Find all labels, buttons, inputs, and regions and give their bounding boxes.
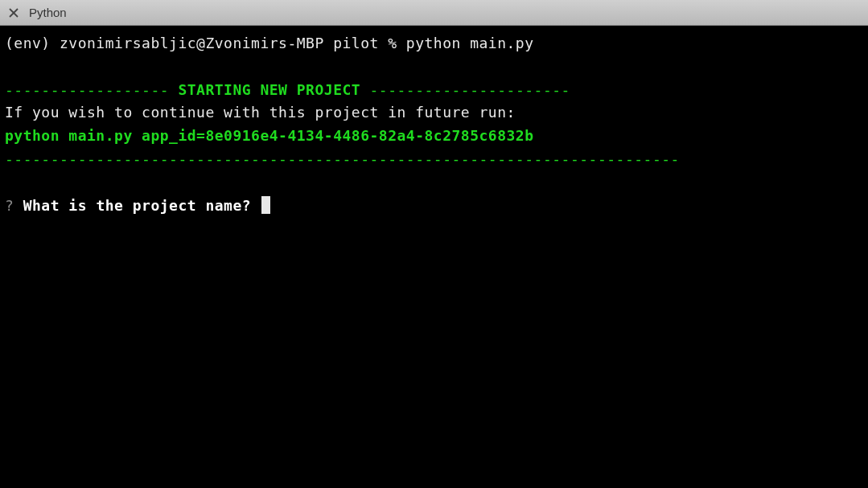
- continue-command: python main.py app_id=8e0916e4-4134-4486…: [5, 125, 863, 148]
- terminal-body[interactable]: (env) zvonimirsabljic@Zvonimirs-MBP pilo…: [0, 26, 868, 488]
- text-cursor[interactable]: [261, 196, 270, 214]
- prompt-question: ? What is the project name?: [5, 195, 863, 218]
- blank-line: [5, 171, 863, 195]
- blank-line: [5, 55, 863, 79]
- project-header: ------------------ STARTING NEW PROJECT …: [5, 79, 863, 102]
- window-title-bar: Python: [0, 0, 868, 26]
- divider-line: ----------------------------------------…: [5, 148, 863, 171]
- window-title: Python: [29, 6, 67, 19]
- question-mark-icon: ?: [5, 197, 14, 214]
- question-text: What is the project name?: [14, 197, 260, 214]
- continue-message: If you wish to continue with this projec…: [5, 101, 863, 125]
- shell-prompt-line: (env) zvonimirsabljic@Zvonimirs-MBP pilo…: [5, 32, 863, 55]
- close-icon[interactable]: [8, 7, 19, 18]
